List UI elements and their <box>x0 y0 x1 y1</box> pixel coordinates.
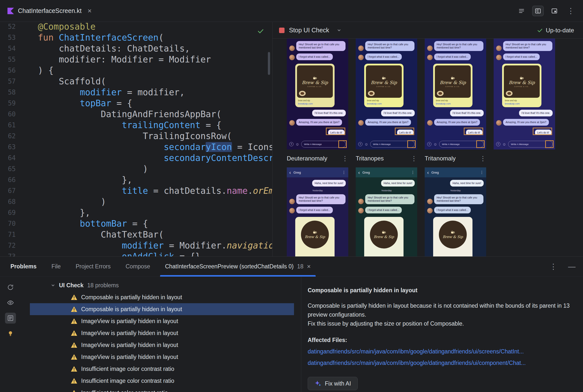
affected-file-link-2[interactable]: datingandfriends/src/main/java/com/ibm/g… <box>308 358 573 368</box>
chat-header: ‹ Greg ⋮ <box>287 168 348 177</box>
panel-options-icon[interactable]: ⋮ <box>550 263 557 270</box>
layout-issue-highlight: Let's do it! <box>395 128 414 135</box>
preview-phone[interactable]: Hey! Should we go to that cafe you menti… <box>425 38 486 150</box>
code-line[interactable]: 61 trailingContent = { <box>0 120 272 130</box>
problem-group-header[interactable]: UI Check 18 problems <box>30 279 294 291</box>
card-brand: Brew & Sip <box>443 235 463 239</box>
code-line[interactable]: 52@Composable <box>0 22 272 32</box>
editor-tab[interactable]: ChatInterfaceScreen.kt × <box>0 0 99 22</box>
chat-message-incoming: I forgot what it was called... <box>356 207 417 214</box>
affected-files-label: Affected Files: <box>308 336 573 344</box>
card-url: brew&sip.com <box>298 102 332 105</box>
chat-bubble: Hey! Should we go to that cafe you menti… <box>434 194 483 204</box>
emoji-icon: ☺ <box>364 142 368 146</box>
code-line[interactable]: 53fun ChatInterfaceScreen( <box>0 32 272 43</box>
code-line[interactable]: 66 }, <box>0 174 272 185</box>
code-line[interactable]: 69 }, <box>0 207 272 218</box>
code-line[interactable]: 63 secondaryIcon = Icons.Outlined.More <box>0 142 272 152</box>
tab-close-icon[interactable]: × <box>307 263 311 270</box>
chevron-down-icon[interactable] <box>337 28 342 33</box>
tab-preview-problems[interactable]: ChatInterfaceScreenPreview (sortedChatDe… <box>158 257 318 276</box>
problem-item[interactable]: Insufficient image color contrast ratio <box>30 363 294 375</box>
problem-item[interactable]: ImageView is partially hidden in layout <box>30 327 294 339</box>
preview-phone[interactable]: ‹ Greg ⋮ Haha, next time for sure!Yester… <box>356 168 417 256</box>
config-name: Tritanomaly <box>425 155 456 162</box>
problem-text: ImageView is partially hidden in layout <box>81 354 178 360</box>
card-caption: brew and sip <box>436 99 470 102</box>
code-editor[interactable]: 52@Composable53fun ChatInterfaceScreen(5… <box>0 22 272 256</box>
add-icon: + <box>496 142 500 146</box>
code-line[interactable]: 56) { <box>0 65 272 76</box>
preview-phone[interactable]: ‹ Greg ⋮ Haha, next time for sure!Yester… <box>287 168 348 256</box>
code-line[interactable]: 73 onAddClick = {} <box>0 251 272 256</box>
editor-scrollbar[interactable] <box>268 52 270 75</box>
code-line[interactable]: 55 modifier: Modifier = Modifier <box>0 54 272 65</box>
code-line[interactable]: 72 modifier = Modifier.navigationBarsPad… <box>0 240 272 251</box>
code-line[interactable]: 60 DatingAndFriendsAppBar( <box>0 109 272 120</box>
editor-more-button[interactable]: ⋮ <box>565 6 576 16</box>
preview-phone[interactable]: Hey! Should we go to that cafe you menti… <box>494 38 555 150</box>
warning-icon <box>71 354 77 360</box>
problem-text: Composable is partially hidden in layout <box>81 294 182 301</box>
preview-problems-button[interactable] <box>5 297 16 308</box>
chat-menu-icon: ⋮ <box>411 170 415 174</box>
stop-icon <box>279 28 284 33</box>
coffee-cup-icon <box>382 76 386 80</box>
shared-link-card: Brew & Sip COFFEE & CO. brew and sip bre… <box>502 64 541 107</box>
card-subtitle: COFFEE & CO. <box>376 86 391 87</box>
preview-phone[interactable]: ‹ Greg ⋮ Haha, next time for sure!Yester… <box>425 168 486 256</box>
card-brand: Brew & Sip <box>440 80 466 85</box>
shared-link-card: Brew & Sip COFFEE & CO. brew and sip bre… <box>364 64 404 107</box>
problem-item[interactable]: ImageView is partially hidden in layout <box>30 339 294 351</box>
avatar <box>289 208 295 214</box>
code-line[interactable]: 64 secondaryContentDescription = strin <box>0 152 272 164</box>
coffee-photo <box>299 91 306 96</box>
preview-menu-icon[interactable]: ⋮ <box>480 155 486 162</box>
code-view-icon <box>518 8 525 14</box>
split-view-button[interactable] <box>532 6 544 16</box>
code-line[interactable]: 57 Scaffold( <box>0 76 272 87</box>
problem-item[interactable]: Composable is partially hidden in layout <box>30 303 294 315</box>
chat-message-outgoing: Haha, next time for sure! <box>425 180 486 186</box>
preview-phone[interactable]: Hey! Should we go to that cafe you menti… <box>356 38 417 150</box>
tab-compose[interactable]: Compose <box>118 257 157 276</box>
problem-item[interactable]: Insufficient image color contrast ratio <box>30 375 294 387</box>
code-line[interactable]: 54 chatDetails: ChatDetails, <box>0 43 272 54</box>
tab-close-icon[interactable]: × <box>88 7 92 15</box>
code-line[interactable]: 59 topBar = { <box>0 98 272 109</box>
preview-menu-icon[interactable]: ⋮ <box>411 155 417 162</box>
preview-menu-icon[interactable]: ⋮ <box>342 155 348 162</box>
refresh-button[interactable] <box>5 282 16 293</box>
minimize-icon[interactable]: — <box>568 263 575 270</box>
line-number: 61 <box>0 120 25 130</box>
code-line[interactable]: 70 bottomBar = { <box>0 218 272 229</box>
problems-tab-bar: Problems File Project Errors Compose Cha… <box>0 257 583 276</box>
code-view-button[interactable] <box>516 6 527 16</box>
avatar <box>289 55 295 60</box>
code-line[interactable]: 71 ChatTextBar( <box>0 229 272 240</box>
problem-item[interactable]: ImageView is partially hidden in layout <box>30 351 294 363</box>
code-text: modifier: Modifier = Modifier <box>25 54 211 64</box>
quick-fix-button[interactable] <box>5 328 16 339</box>
tab-file[interactable]: File <box>44 257 68 276</box>
affected-file-link-1[interactable]: datingandfriends/src/main/java/com/ibm/g… <box>308 347 573 356</box>
fix-with-ai-button[interactable]: Fix with AI <box>308 377 358 390</box>
code-line[interactable]: 62 TrailingIconsRow( <box>0 130 272 142</box>
code-line[interactable]: 68 ) <box>0 196 272 207</box>
chat-bubble: I'd love that! It's this one. <box>312 110 346 116</box>
split-view-icon <box>535 8 541 14</box>
kebab-icon: ⋮ <box>567 7 574 15</box>
chat-message-incoming: Hey! Should we go to that cafe you menti… <box>494 41 555 51</box>
problem-item[interactable]: Insufficient text color contrast ratio <box>30 387 294 392</box>
preview-phone[interactable]: Hey! Should we go to that cafe you menti… <box>287 38 348 150</box>
code-line[interactable]: 65 ) <box>0 164 272 174</box>
problem-item[interactable]: Composable is partially hidden in layout <box>30 291 294 303</box>
line-number: 56 <box>0 65 25 76</box>
problem-item[interactable]: ImageView is partially hidden in layout <box>30 315 294 327</box>
code-line[interactable]: 58 modifier = modifier, <box>0 87 272 98</box>
design-view-button[interactable] <box>549 6 560 16</box>
details-view-button[interactable] <box>5 313 16 324</box>
stop-ui-check-button[interactable]: Stop UI Check <box>289 26 329 34</box>
code-line[interactable]: 67 title = chatDetails.name.orEmpty() <box>0 185 272 196</box>
tab-project-errors[interactable]: Project Errors <box>68 257 118 276</box>
